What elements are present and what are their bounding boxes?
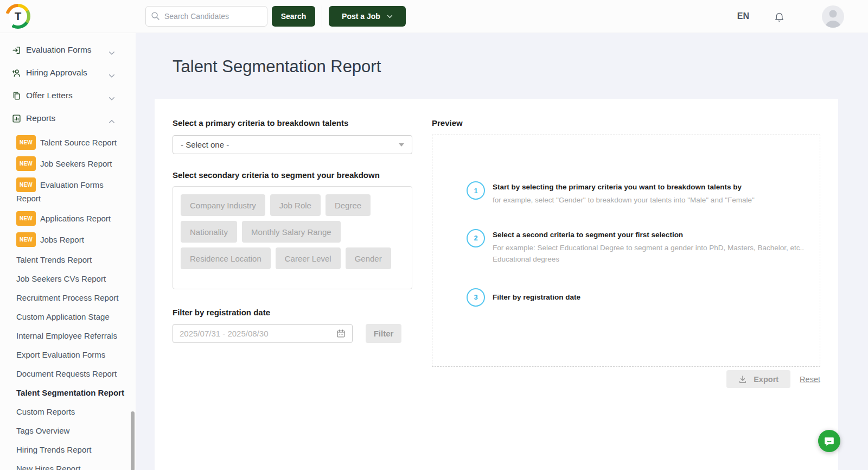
sidebar-item-recruitment-process-report[interactable]: Recruitment Process Report [0,288,136,307]
header-divider [322,5,322,27]
bar-chart-icon [12,114,21,123]
step-subtitle: for example, select "Gender" to breakdow… [493,194,755,206]
sidebar-item-document-requests-report[interactable]: Document Requests Report [0,364,136,383]
report-builder-card: Select a primary criteria to breakdown t… [155,99,838,470]
chevron-down-icon [387,15,393,18]
sidebar-section-label: Offer Letters [26,91,73,100]
avatar-placeholder-icon [822,5,844,28]
sidebar: Evaluation FormsHiring ApprovalsOffer Le… [0,33,136,470]
chat-launcher-button[interactable] [818,430,840,452]
form-icon [12,46,21,55]
step-title: Start by selecting the primary criteria … [493,183,755,191]
criteria-column: Select a primary criteria to breakdown t… [173,118,412,470]
sidebar-sections: Evaluation FormsHiring ApprovalsOffer Le… [0,39,136,130]
sidebar-item-label: Document Requests Report [16,369,117,378]
primary-criteria-value: - Select one - [181,140,229,149]
copy-icon [12,91,21,100]
chip-monthly-salary-range[interactable]: Monthly Salary Range [242,221,341,243]
date-range-value: 2025/07/31 - 2025/08/30 [180,329,268,338]
chip-career-level[interactable]: Career Level [276,247,341,269]
sidebar-item-hiring-trends-report[interactable]: Hiring Trends Report [0,440,136,459]
filter-button[interactable]: Filter [366,324,401,343]
dropdown-arrow-icon [399,143,404,147]
search-icon [151,11,160,21]
user-avatar[interactable] [822,5,844,28]
chat-bubble-icon [824,435,835,447]
sidebar-item-label: Tags Overview [16,426,69,435]
sidebar-item-jobs-report[interactable]: NEWJobs Report [0,229,136,250]
step-title: Select a second criteria to segment your… [493,231,804,239]
step-body: Select a second criteria to segment your… [493,229,804,265]
page-title: Talent Segmentation Report [173,57,838,77]
sidebar-scrollbar-thumb[interactable] [131,411,135,470]
sidebar-item-custom-application-stage[interactable]: Custom Application Stage [0,307,136,326]
sidebar-item-label: Applications Report [40,214,111,223]
reset-link[interactable]: Reset [800,375,820,384]
language-switcher[interactable]: EN [737,11,749,21]
sidebar-item-label: Talent Source Report [40,138,117,147]
calendar-icon [336,329,346,338]
sidebar-item-label: Job Seekers Report [40,159,112,168]
search-button[interactable]: Search [272,6,315,27]
chip-residence-location[interactable]: Residence Location [181,247,271,269]
sidebar-section-hiring-approvals[interactable]: Hiring Approvals [0,61,136,84]
step-number-badge: 3 [467,288,485,307]
sidebar-item-applications-report[interactable]: NEWApplications Report [0,208,136,229]
step-subtitle: For example: Select Educational Degree t… [493,242,804,265]
sidebar-item-label: Talent Trends Report [16,255,92,264]
search-input[interactable] [145,6,267,27]
step-number-badge: 1 [467,181,485,200]
sidebar-item-evaluation-forms-report[interactable]: NEWEvaluation Forms Report [0,174,136,208]
sidebar-item-tags-overview[interactable]: Tags Overview [0,421,136,440]
sidebar-section-offer-letters[interactable]: Offer Letters [0,84,136,107]
app-window: T Search Post a Job EN [0,0,868,470]
registration-date-label: Filter by registration date [173,308,412,317]
new-badge: NEW [16,232,36,247]
sidebar-item-job-seekers-report[interactable]: NEWJob Seekers Report [0,153,136,174]
chevron-down-icon [108,48,115,52]
preview-step-3: 3Filter by registration date [467,288,809,307]
sidebar-section-label: Hiring Approvals [26,68,87,78]
sidebar-item-internal-employee-referrals[interactable]: Internal Employee Referrals [0,326,136,345]
sidebar-item-label: Internal Employee Referrals [16,331,117,340]
date-range-input[interactable]: 2025/07/31 - 2025/08/30 [173,324,353,343]
chip-nationality[interactable]: Nationality [181,221,237,243]
sidebar-item-custom-reports[interactable]: Custom Reports [0,402,136,421]
sidebar-section-label: Reports [26,113,55,123]
step-body: Start by selecting the primary criteria … [493,181,755,206]
notifications-bell-icon[interactable] [774,10,785,23]
primary-criteria-label: Select a primary criteria to breakdown t… [173,118,412,128]
sidebar-item-label: Hiring Trends Report [16,445,91,454]
primary-criteria-select[interactable]: - Select one - [173,135,412,154]
secondary-criteria-box: Company IndustryJob RoleDegreeNationalit… [173,186,412,289]
chip-company-industry[interactable]: Company Industry [181,194,265,216]
sidebar-item-job-seekers-cvs-report[interactable]: Job Seekers CVs Report [0,269,136,288]
chevron-up-icon [108,116,115,120]
sidebar-section-evaluation-forms[interactable]: Evaluation Forms [0,39,136,61]
chip-degree[interactable]: Degree [326,194,371,216]
new-badge: NEW [16,156,36,171]
sidebar-item-export-evaluation-forms[interactable]: Export Evaluation Forms [0,345,136,364]
user-plus-icon [12,68,21,78]
sidebar-item-label: Job Seekers CVs Report [16,274,106,283]
sidebar-item-label: Export Evaluation Forms [16,350,105,359]
chevron-down-icon [108,93,115,98]
new-badge: NEW [16,177,36,192]
export-button[interactable]: Export [726,370,790,388]
sidebar-item-talent-source-report[interactable]: NEWTalent Source Report [0,132,136,153]
main-content: Talent Segmentation Report Select a prim… [136,33,868,470]
sidebar-item-talent-trends-report[interactable]: Talent Trends Report [0,250,136,269]
sidebar-item-talent-segmentation-report[interactable]: Talent Segmentation Report [0,383,136,402]
preview-column: Preview 1Start by selecting the primary … [432,118,820,470]
chevron-down-icon [108,71,115,75]
new-badge: NEW [16,135,36,150]
post-a-job-button[interactable]: Post a Job [329,6,406,27]
chip-gender[interactable]: Gender [346,247,391,269]
candidate-search [145,6,267,27]
sidebar-item-label: Talent Segmentation Report [16,388,124,397]
sidebar-item-label: Custom Reports [16,407,75,416]
sidebar-item-new-hires-report[interactable]: New Hires Report [0,459,136,470]
sidebar-section-reports[interactable]: Reports [0,107,136,130]
chip-job-role[interactable]: Job Role [270,194,321,216]
top-bar: T Search Post a Job EN [0,0,868,33]
